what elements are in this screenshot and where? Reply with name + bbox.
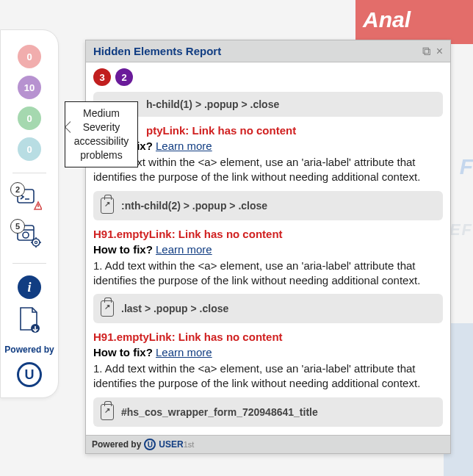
hidden-elements-report-panel: Hidden Elements Report ⧉ × 3 2 h-child(1… bbox=[85, 40, 451, 454]
divider bbox=[12, 263, 47, 264]
document-download-icon bbox=[18, 306, 41, 334]
tooltip-line: Severity bbox=[68, 120, 134, 134]
sidebar: 0 10 0 0 2 5 i bbox=[0, 29, 59, 398]
notification-count: 5 bbox=[10, 219, 25, 234]
severity-badge-low[interactable]: 0 bbox=[18, 107, 41, 130]
learn-more-link[interactable]: Learn more bbox=[156, 346, 212, 358]
severity-count-row: 3 2 bbox=[86, 62, 450, 89]
console-tool-button[interactable]: 2 bbox=[15, 185, 44, 214]
panel-controls: ⧉ × bbox=[422, 46, 443, 57]
panel-footer: Powered by U USER1st bbox=[86, 435, 450, 453]
issue-block: :nth-child(2) > .popup > .close H91.empt… bbox=[93, 191, 443, 289]
info-button[interactable]: i bbox=[18, 275, 41, 299]
panel-header: Hidden Elements Report ⧉ × bbox=[86, 40, 450, 62]
severity-badge-medium[interactable]: 10 bbox=[18, 76, 41, 99]
learn-more-link[interactable]: Learn more bbox=[156, 243, 212, 256]
selector-bar[interactable]: .last > .popup > .close bbox=[93, 294, 443, 323]
panel-title: Hidden Elements Report bbox=[93, 45, 221, 57]
selector-text: :nth-child(2) > .popup > .close bbox=[121, 200, 267, 212]
issue-title: H91.emptyLink: Link has no content bbox=[93, 228, 443, 240]
severity-badge-critical[interactable]: 0 bbox=[18, 45, 41, 68]
divider bbox=[12, 173, 47, 173]
severity-badge-info[interactable]: 0 bbox=[18, 137, 41, 161]
fix-line: How to fix? Learn more bbox=[93, 243, 443, 256]
clipboard-icon bbox=[101, 404, 114, 420]
issue-title: ptyLink: Link has no content bbox=[93, 124, 443, 137]
issue-description: 1. Add text within the <a> element, use … bbox=[93, 361, 443, 392]
background-text: F bbox=[460, 154, 473, 179]
svg-point-7 bbox=[35, 241, 37, 243]
fix-line: How to fix? Learn more bbox=[93, 140, 443, 152]
tooltip-line: Medium bbox=[68, 107, 134, 120]
fix-label: How to fix? bbox=[93, 346, 153, 358]
learn-more-link[interactable]: Learn more bbox=[156, 140, 212, 152]
svg-point-6 bbox=[32, 239, 40, 246]
issue-block: #hs_cos_wrapper_form_720948641_title bbox=[93, 397, 443, 427]
selector-bar[interactable]: :nth-child(2) > .popup > .close bbox=[93, 191, 443, 220]
clipboard-icon bbox=[101, 198, 114, 214]
issue-block: .last > .popup > .close H91.emptyLink: L… bbox=[93, 294, 443, 392]
tooltip-line: problems bbox=[68, 148, 134, 162]
error-count-badge[interactable]: 3 bbox=[93, 68, 111, 86]
clipboard-icon bbox=[101, 300, 114, 317]
issue-block: h-child(1) > .popup > .close ptyLink: Li… bbox=[93, 92, 443, 185]
background-text: EF bbox=[449, 220, 473, 239]
selector-text: .last > .popup > .close bbox=[121, 303, 228, 314]
fix-line: How to fix? Learn more bbox=[93, 346, 443, 358]
settings-tool-button[interactable]: 5 bbox=[15, 222, 44, 251]
brand-name: USER bbox=[159, 439, 183, 450]
popout-icon[interactable]: ⧉ bbox=[422, 46, 430, 57]
panel-body: h-child(1) > .popup > .close ptyLink: Li… bbox=[86, 89, 450, 435]
issue-description: 1. Add text within the <a> element, use … bbox=[93, 259, 443, 289]
issue-title: H91.emptyLink: Link has no content bbox=[93, 331, 443, 343]
selector-bar[interactable]: #hs_cos_wrapper_form_720948641_title bbox=[93, 397, 443, 427]
download-button[interactable] bbox=[18, 306, 41, 336]
issue-description: 1. Add text within the <a> element, use … bbox=[93, 155, 443, 185]
notification-count: 2 bbox=[10, 182, 25, 197]
close-icon[interactable]: × bbox=[436, 46, 443, 57]
fix-label: How to fix? bbox=[93, 243, 153, 256]
svg-point-5 bbox=[23, 232, 29, 238]
selector-text: h-child(1) > .popup > .close bbox=[146, 98, 279, 110]
background-banner: Anal bbox=[355, 0, 473, 44]
powered-by-label: Powered by bbox=[4, 345, 54, 355]
selector-bar[interactable]: h-child(1) > .popup > .close bbox=[93, 92, 443, 117]
warning-count-badge[interactable]: 2 bbox=[115, 68, 133, 86]
severity-tooltip: Medium Severity accessibility problems bbox=[65, 101, 138, 167]
brand-suffix: 1st bbox=[184, 440, 195, 449]
user1st-logo[interactable]: U bbox=[17, 362, 42, 387]
user1st-logo-icon: U bbox=[144, 439, 156, 450]
selector-text: #hs_cos_wrapper_form_720948641_title bbox=[121, 406, 318, 418]
tooltip-line: accessibility bbox=[68, 134, 134, 148]
powered-by-label: Powered by bbox=[92, 439, 141, 450]
